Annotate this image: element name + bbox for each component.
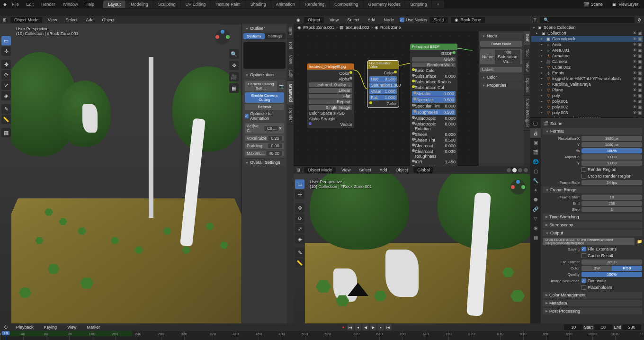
ptab-constraints[interactable]: 🔗: [530, 204, 541, 214]
tab-uv[interactable]: UV Editing: [181, 0, 211, 8]
vp2-view[interactable]: View: [339, 167, 353, 173]
output-path-field[interactable]: D:\BLENDER ASSETS\Test Renders\Wooded Fi…: [543, 238, 635, 245]
ne-select[interactable]: Select: [344, 17, 362, 23]
ptab-scene[interactable]: 🎬: [530, 147, 541, 157]
tab-layout[interactable]: Layout: [103, 0, 125, 8]
ntab-render[interactable]: Render: [287, 105, 294, 125]
jump-end-button[interactable]: ⏭: [385, 324, 392, 331]
outliner-item[interactable]: ▸▽Cube.002👁▣: [531, 64, 643, 70]
outliner-type-icon[interactable]: ≣: [532, 17, 538, 23]
tl-view-menu[interactable]: View: [64, 324, 79, 330]
vp2-tool-rotate[interactable]: ⟳: [295, 214, 304, 223]
tl-keying-menu[interactable]: Keying: [41, 324, 60, 330]
frame-end-field[interactable]: 230: [581, 201, 642, 206]
vp2-tool-transform[interactable]: ◈: [295, 234, 304, 244]
slot-selector[interactable]: Slot 1: [429, 17, 448, 23]
pan-icon[interactable]: ✥: [229, 61, 239, 70]
reset-node-button[interactable]: Reset Node: [480, 41, 522, 47]
chk-file-ext[interactable]: ✓File Extensions: [581, 246, 617, 252]
ptab-physics[interactable]: ⬣: [530, 195, 541, 204]
ne-view[interactable]: View: [327, 17, 341, 23]
tool-add-cube[interactable]: ▦: [1, 128, 11, 137]
ntab-tool[interactable]: Tool: [287, 38, 294, 53]
menu-help[interactable]: Help: [82, 1, 98, 8]
ntab-view[interactable]: View: [287, 52, 294, 67]
nentab-nw[interactable]: Node Wrangler: [524, 96, 530, 130]
enable-camera-culling-button[interactable]: Enable Camera Culling: [245, 92, 284, 103]
tool-annotate[interactable]: ✎: [1, 104, 11, 114]
vp2-mode[interactable]: Object Mode: [304, 167, 336, 173]
ptab-modifiers[interactable]: 🔧: [530, 176, 541, 185]
sec-post[interactable]: Post Processing: [543, 308, 642, 314]
mode-selector[interactable]: Object Mode: [10, 17, 42, 23]
current-frame-field[interactable]: 10: [564, 324, 583, 330]
folder-icon[interactable]: 📁: [636, 239, 642, 244]
aspect-x-field[interactable]: 1.000: [581, 154, 642, 160]
tl-marker-menu[interactable]: Marker: [84, 324, 103, 330]
file-format-field[interactable]: JPEG: [581, 259, 642, 265]
ntab-item[interactable]: Item: [287, 24, 294, 38]
vp-menu-view[interactable]: View: [45, 17, 60, 23]
tab-animation[interactable]: Animation: [271, 0, 300, 8]
vp-menu-object[interactable]: Object: [99, 17, 117, 23]
frame-rate-field[interactable]: 24 fps: [581, 180, 642, 185]
viewport-3d-main[interactable]: ⊞ Object Mode View Select Add Object Opt…: [0, 16, 294, 323]
ptab-particles[interactable]: ✦: [530, 185, 541, 195]
blender-logo-icon[interactable]: ◆: [2, 1, 8, 7]
refresh-button[interactable]: Refresh: [245, 104, 284, 110]
menu-edit[interactable]: Edit: [23, 1, 37, 8]
ne-np-props-h[interactable]: Properties: [480, 82, 522, 89]
tab-rendering[interactable]: Rendering: [300, 0, 330, 8]
outliner-item[interactable]: ▸☼Area.001👁▣: [531, 47, 643, 53]
padding-field[interactable]: Padding0.00: [245, 143, 284, 149]
outliner-item[interactable]: ▸▽shutterstock_1060050001👁▣: [531, 116, 643, 117]
timeline-ruler[interactable]: 0408012016020024028032037041045049053057…: [0, 331, 644, 340]
chk-overwrite[interactable]: ✓Overwrite: [581, 278, 606, 284]
tab-add[interactable]: +: [432, 0, 444, 8]
outliner-item[interactable]: ▸☼Area👁▣: [531, 42, 643, 47]
autokey-icon[interactable]: ●: [340, 324, 346, 330]
ptab-render[interactable]: 🖵: [530, 119, 541, 128]
ptab-material[interactable]: ◉: [530, 223, 541, 233]
zoom-icon[interactable]: 🔍: [229, 49, 239, 59]
tab-scripting[interactable]: Scripting: [405, 0, 431, 8]
play-rev-button[interactable]: ◀: [362, 324, 369, 331]
npanel-h-opt[interactable]: Optimization: [243, 72, 286, 78]
ne-mode[interactable]: Object: [304, 17, 324, 23]
tab-texpaint[interactable]: Texture Paint: [211, 0, 245, 8]
sec-stereo[interactable]: Stereoscopy: [543, 222, 642, 228]
tool-rotate[interactable]: ⟳: [1, 70, 11, 80]
outliner-item[interactable]: ▸▣Groundpack👁▣: [531, 36, 643, 42]
node-canvas[interactable]: textured_0-albpylff.jpg Color Alpha text…: [294, 31, 478, 166]
viewlayer-selector[interactable]: ▣ViewLayer: [608, 1, 642, 7]
end-frame-field[interactable]: 230: [622, 324, 641, 330]
shader-editor[interactable]: ◉ Object View Select Add Node ✓Use Nodes…: [294, 16, 530, 166]
ptab-world[interactable]: 🌐: [530, 157, 541, 166]
menu-render[interactable]: Render: [38, 1, 59, 8]
tool-select-box[interactable]: ▭: [1, 36, 11, 45]
ne-add[interactable]: Add: [365, 17, 378, 23]
res-y-field[interactable]: 1080 px: [581, 142, 642, 147]
vp-menu-select[interactable]: Select: [63, 17, 80, 23]
tool-cursor[interactable]: ✛: [1, 46, 11, 56]
vp-menu-add[interactable]: Add: [83, 17, 96, 23]
tab-shading[interactable]: Shading: [246, 0, 271, 8]
viewport-canvas[interactable]: [11, 24, 242, 323]
frame-start-field[interactable]: 18: [581, 195, 642, 200]
vp2-nav-gizmo[interactable]: [509, 178, 528, 197]
outliner-item[interactable]: ▸▽Karolina_Valinavatja👁▣: [531, 81, 643, 87]
vp2-tool-move[interactable]: ✥: [295, 203, 304, 213]
frame-step-field[interactable]: 1: [581, 207, 642, 212]
ntab-edit[interactable]: Edit: [287, 67, 294, 81]
vp2-add[interactable]: Add: [376, 167, 390, 173]
outliner-item[interactable]: ▸▣Collection👁▣: [531, 30, 643, 36]
chk-crop[interactable]: Crop to Render Region: [581, 173, 632, 179]
tool-transform[interactable]: ◈: [1, 91, 11, 100]
perspective-icon[interactable]: ▦: [229, 83, 239, 93]
nav-gizmo[interactable]: [213, 27, 232, 46]
sec-format[interactable]: Format: [543, 128, 642, 134]
keyframe-prev-button[interactable]: ◂: [355, 324, 361, 331]
color-bw-toggle[interactable]: BW: [581, 266, 612, 271]
filter-icon[interactable]: ⚙: [636, 17, 642, 23]
chk-optimize-anim[interactable]: ✓: [245, 114, 249, 118]
